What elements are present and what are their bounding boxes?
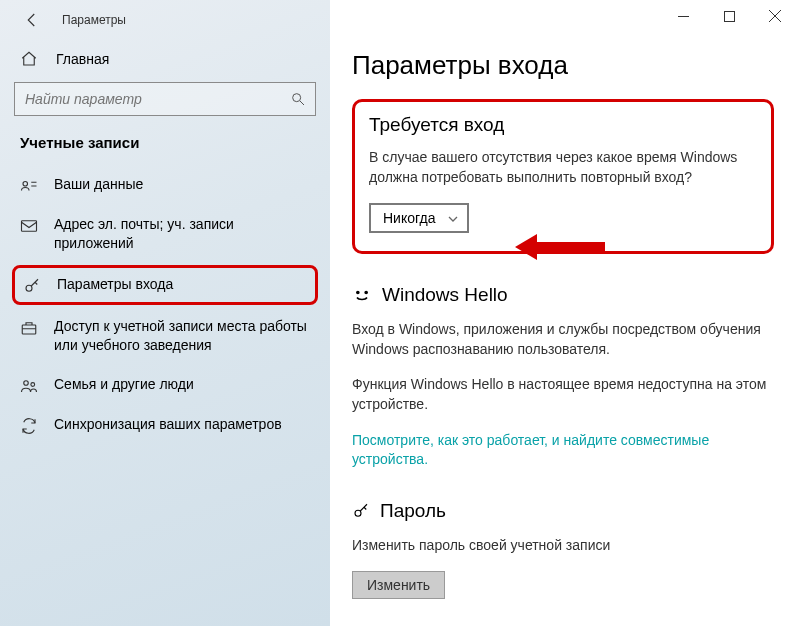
sidebar-item-work[interactable]: Доступ к учетной записи места работы или… — [0, 307, 330, 365]
back-button[interactable] — [20, 8, 44, 32]
sidebar-item-label: Доступ к учетной записи места работы или… — [54, 317, 310, 355]
smiley-icon — [352, 285, 372, 305]
windows-hello-heading: Windows Hello — [352, 284, 774, 306]
svg-rect-7 — [724, 11, 734, 21]
annotation-arrow — [515, 232, 605, 262]
svg-rect-2 — [22, 221, 37, 232]
svg-point-0 — [293, 94, 301, 102]
minimize-icon — [678, 11, 689, 22]
close-icon — [769, 10, 781, 22]
sidebar-nav: Ваши данные Адрес эл. почты; уч. записи … — [0, 165, 330, 445]
home-label: Главная — [56, 51, 109, 67]
people-icon — [20, 377, 38, 395]
sidebar-item-label: Синхронизация ваших параметров — [54, 415, 282, 434]
require-signin-heading: Требуется вход — [369, 114, 757, 136]
mail-icon — [20, 217, 38, 235]
sidebar-item-label: Параметры входа — [57, 275, 173, 294]
search-input[interactable] — [25, 91, 281, 107]
dropdown-value: Никогда — [383, 210, 435, 226]
require-signin-dropdown[interactable]: Никогда — [369, 203, 469, 233]
svg-point-1 — [23, 182, 28, 187]
windows-hello-section: Windows Hello Вход в Windows, приложения… — [352, 284, 774, 470]
require-signin-desc: В случае вашего отсутствия через какое в… — [369, 148, 757, 187]
briefcase-icon — [20, 319, 38, 337]
sidebar-item-family[interactable]: Семья и другие люди — [0, 365, 330, 405]
window-controls — [660, 0, 798, 32]
home-row[interactable]: Главная — [0, 40, 330, 82]
sidebar-item-label: Адрес эл. почты; уч. записи приложений — [54, 215, 310, 253]
svg-point-10 — [355, 510, 361, 516]
close-button[interactable] — [752, 0, 798, 32]
password-desc: Изменить пароль своей учетной записи — [352, 536, 774, 556]
svg-point-6 — [31, 382, 35, 386]
sidebar-section-title: Учетные записи — [0, 134, 330, 165]
sidebar-item-email[interactable]: Адрес эл. почты; уч. записи приложений — [0, 205, 330, 263]
password-section: Пароль Изменить пароль своей учетной зап… — [352, 500, 774, 600]
sidebar-item-signin[interactable]: Параметры входа — [12, 265, 318, 305]
sidebar-item-label: Ваши данные — [54, 175, 143, 194]
search-box[interactable] — [14, 82, 316, 116]
svg-point-9 — [365, 292, 367, 294]
sidebar: Параметры Главная Учетные записи Ваш — [0, 0, 330, 626]
home-icon — [20, 50, 38, 68]
hello-desc-2: Функция Windows Hello в настоящее время … — [352, 375, 774, 414]
section-heading-text: Windows Hello — [382, 284, 508, 306]
sidebar-item-label: Семья и другие люди — [54, 375, 194, 394]
require-signin-card: Требуется вход В случае вашего отсутстви… — [352, 99, 774, 254]
change-password-button[interactable]: Изменить — [352, 571, 445, 599]
main-content: Параметры входа Требуется вход В случае … — [330, 0, 798, 626]
hello-desc-1: Вход в Windows, приложения и службы поср… — [352, 320, 774, 359]
svg-rect-4 — [22, 325, 36, 334]
hello-link[interactable]: Посмотрите, как это работает, и найдите … — [352, 432, 709, 468]
sidebar-item-your-info[interactable]: Ваши данные — [0, 165, 330, 205]
sync-icon — [20, 417, 38, 435]
svg-point-8 — [357, 292, 359, 294]
key-icon — [352, 502, 370, 520]
svg-point-5 — [24, 380, 29, 385]
titlebar: Параметры — [0, 0, 330, 40]
section-heading-text: Пароль — [380, 500, 446, 522]
arrow-left-red-icon — [515, 232, 605, 262]
password-heading: Пароль — [352, 500, 774, 522]
minimize-button[interactable] — [660, 0, 706, 32]
app-title: Параметры — [62, 13, 126, 27]
user-card-icon — [20, 177, 38, 195]
chevron-down-icon — [447, 212, 459, 224]
search-icon — [289, 90, 307, 108]
page-title: Параметры входа — [352, 50, 774, 81]
key-icon — [23, 277, 41, 295]
maximize-icon — [724, 11, 735, 22]
sidebar-item-sync[interactable]: Синхронизация ваших параметров — [0, 405, 330, 445]
maximize-button[interactable] — [706, 0, 752, 32]
svg-point-3 — [26, 285, 32, 291]
arrow-left-icon — [23, 11, 41, 29]
